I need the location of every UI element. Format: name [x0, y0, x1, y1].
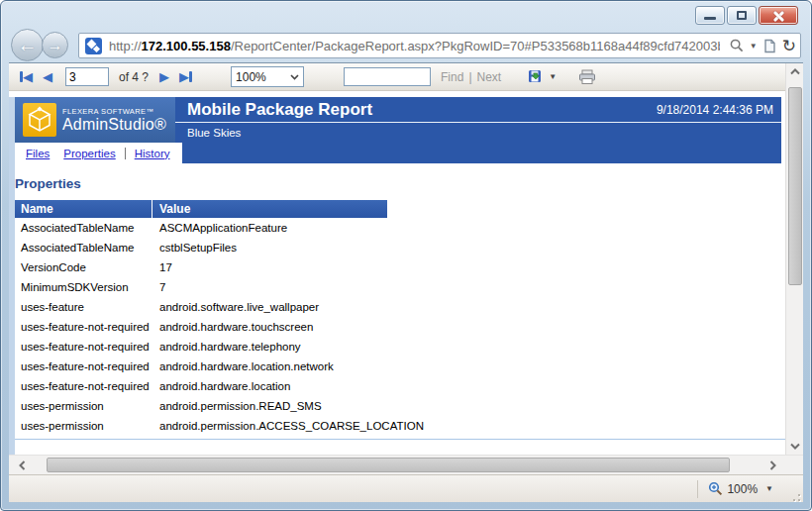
table-row: AssociatedTableNamecstblSetupFiles [15, 238, 785, 257]
zoom-select[interactable]: 100% [231, 66, 304, 87]
address-bar-icons: ▼ ↻ [724, 38, 796, 54]
table-row: uses-feature-not-requiredandroid.hardwar… [15, 376, 785, 396]
brand-flexera-label: FLEXERA SOFTWARE™ [62, 107, 166, 116]
column-header-value: Value [152, 200, 387, 218]
url-text: http://172.100.55.158/ReportCenter/Packa… [109, 39, 720, 53]
navigation-bar: ← → http://172.100.55.158/ReportCenter/P… [9, 29, 803, 62]
next-page-button[interactable]: ▶ [159, 70, 169, 83]
find-next-controls: Find | Next [441, 70, 506, 84]
table-header-row: Name Value [15, 200, 387, 218]
zoom-magnifier-icon [708, 481, 723, 496]
refresh-icon[interactable]: ↻ [782, 38, 796, 54]
tabs-filler [182, 143, 781, 163]
adminstudio-cube-icon [23, 103, 56, 137]
scroll-down-button[interactable] [786, 438, 804, 455]
back-button[interactable]: ← [11, 29, 44, 61]
find-link[interactable]: Find [441, 70, 463, 84]
search-icon[interactable] [730, 39, 744, 52]
print-button[interactable] [578, 69, 596, 85]
brand-text: FLEXERA SOFTWARE™ AdminStudio® [62, 107, 166, 134]
previous-page-button[interactable]: ◀ [43, 70, 52, 83]
close-button[interactable] [759, 6, 798, 25]
table-row: uses-featureandroid.software.live_wallpa… [15, 297, 785, 317]
search-dropdown-icon[interactable]: ▼ [750, 42, 758, 51]
scroll-left-button[interactable] [9, 456, 35, 475]
export-save-icon [528, 69, 545, 85]
find-next-separator: | [468, 70, 471, 84]
adminstudio-logo: FLEXERA SOFTWARE™ AdminStudio® [15, 97, 175, 143]
last-page-icon: ▶ [179, 70, 189, 83]
table-row: MinimumSDKVersion7 [15, 277, 785, 297]
browser-zoom-control[interactable]: 100% ▼ [708, 481, 773, 496]
table-row: uses-permissionandroid.permission.ACCESS… [15, 416, 785, 436]
tab-history[interactable]: History [125, 148, 170, 159]
page-viewport: ◀ ◀ of 4 ? ▶ ▶ 100% Find | Next [9, 62, 803, 455]
section-title: Properties [15, 176, 785, 191]
horizontal-scrollbar-thumb[interactable] [47, 458, 730, 472]
window-controls [693, 6, 798, 25]
report-timestamp: 9/18/2014 2:44:36 PM [657, 103, 773, 117]
report-tabs: Files Properties History [15, 143, 781, 163]
maximize-button[interactable] [727, 6, 757, 25]
first-page-button[interactable]: ◀ [20, 70, 33, 83]
horizontal-scrollbar-track[interactable] [35, 456, 760, 475]
scroll-up-button[interactable] [786, 63, 804, 80]
resize-grip[interactable] [787, 488, 801, 502]
page-count-label: of 4 ? [119, 70, 149, 84]
compatibility-view-icon[interactable] [763, 39, 776, 53]
page-bottom-divider [15, 439, 785, 440]
horizontal-scrollbar[interactable] [9, 455, 803, 474]
table-row: uses-feature-not-requiredandroid.hardwar… [15, 317, 785, 337]
minimize-icon [704, 17, 716, 20]
report-header: FLEXERA SOFTWARE™ AdminStudio® Mobile Pa… [15, 97, 781, 143]
chevron-right-icon [769, 460, 776, 470]
first-page-icon: ◀ [23, 70, 33, 83]
scrollbar-corner [785, 456, 803, 475]
site-favicon-icon [85, 38, 102, 54]
page-number-input[interactable] [65, 67, 109, 86]
browser-window: ← → http://172.100.55.158/ReportCenter/P… [0, 0, 812, 511]
report-toolbar: ◀ ◀ of 4 ? ▶ ▶ 100% Find | Next [9, 63, 785, 91]
browser-zoom-value: 100% [727, 482, 758, 496]
back-icon: ← [18, 34, 38, 56]
table-row: AssociatedTableNameASCMApplicationFeatur… [15, 218, 785, 238]
vertical-scrollbar[interactable] [785, 63, 803, 455]
tab-properties[interactable]: Properties [63, 148, 115, 159]
report-title: Mobile Package Report [187, 100, 657, 120]
zoom-dropdown-icon[interactable]: ▼ [765, 484, 773, 493]
table-row: uses-feature-not-requiredandroid.hardwar… [15, 357, 785, 376]
zoom-select-value: 100% [236, 70, 266, 84]
tab-files[interactable]: Files [26, 148, 50, 159]
vertical-scrollbar-thumb[interactable] [788, 87, 802, 285]
forward-button[interactable]: → [42, 32, 68, 58]
find-input[interactable] [344, 67, 431, 86]
column-header-name: Name [15, 202, 152, 216]
brand-adminstudio-label: AdminStudio® [62, 116, 166, 134]
chevron-left-icon [19, 460, 26, 470]
close-icon [772, 10, 784, 22]
scroll-right-button[interactable] [760, 456, 785, 475]
properties-table: Name Value AssociatedTableNameASCMApplic… [15, 200, 785, 436]
next-link[interactable]: Next [477, 70, 502, 84]
maximize-icon [737, 11, 747, 20]
combo-chevron-icon [290, 74, 299, 80]
report-page: FLEXERA SOFTWARE™ AdminStudio® Mobile Pa… [9, 97, 785, 455]
table-row: VersionCode17 [15, 257, 785, 277]
chevron-up-icon [790, 68, 800, 75]
table-row: uses-permissionandroid.permission.READ_S… [15, 396, 785, 416]
status-bar: 100% ▼ [9, 474, 803, 502]
last-page-button[interactable]: ▶ [179, 70, 192, 83]
previous-page-icon: ◀ [43, 70, 52, 83]
next-page-icon: ▶ [159, 70, 169, 83]
title-bar[interactable] [1, 1, 811, 29]
minimize-button[interactable] [695, 6, 725, 25]
forward-icon: → [48, 37, 63, 54]
export-button[interactable]: ▼ [528, 69, 557, 85]
chevron-down-icon [790, 443, 800, 450]
status-separator [697, 480, 698, 498]
report-subtitle: Blue Skies [187, 127, 241, 139]
table-row: uses-feature-not-requiredandroid.hardwar… [15, 337, 785, 357]
print-icon [578, 69, 596, 85]
address-bar[interactable]: http://172.100.55.158/ReportCenter/Packa… [78, 33, 801, 58]
export-dropdown-icon: ▼ [549, 72, 557, 81]
